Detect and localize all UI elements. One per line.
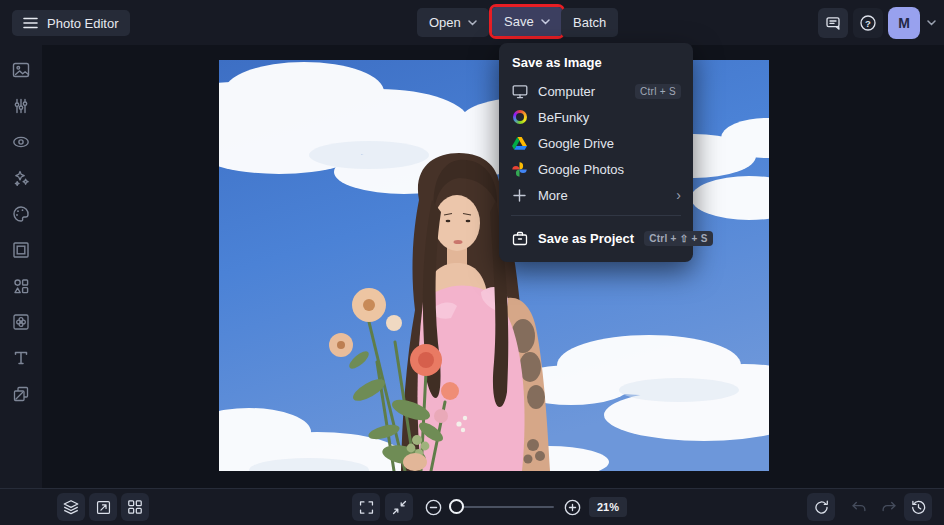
zoom-slider-handle[interactable] <box>449 499 464 514</box>
menu-item-befunky[interactable]: BeFunky <box>499 104 693 130</box>
open-button-label: Open <box>429 15 461 30</box>
menu-item-label: Google Drive <box>538 136 681 151</box>
chat-icon <box>825 15 841 31</box>
undo-icon <box>850 498 868 516</box>
menu-item-label: Google Photos <box>538 162 681 177</box>
zoom-out-button[interactable] <box>419 493 447 521</box>
batch-button[interactable]: Batch <box>561 8 618 37</box>
reset-icon <box>813 499 830 516</box>
menu-item-label: More <box>538 188 666 203</box>
account-chevron-down-icon[interactable] <box>927 20 936 26</box>
zoom-slider-track[interactable] <box>450 506 554 508</box>
zoom-out-icon <box>424 498 443 517</box>
help-button[interactable]: ? <box>853 8 883 38</box>
chevron-down-icon <box>541 19 550 25</box>
save-project-icon <box>511 231 528 246</box>
layers-button[interactable] <box>57 493 85 521</box>
fit-screen-icon <box>391 499 408 516</box>
redo-button[interactable] <box>875 493 903 521</box>
canvas-workspace[interactable]: Save as Image Computer Ctrl + S BeFunky … <box>42 45 944 488</box>
save-button[interactable]: Save <box>492 7 562 36</box>
artsy-palette-icon <box>11 204 31 224</box>
sidebar-item-text[interactable] <box>0 340 42 376</box>
plus-icon <box>511 189 528 202</box>
help-icon: ? <box>859 14 877 32</box>
menu-item-computer[interactable]: Computer Ctrl + S <box>499 78 693 104</box>
sidebar-item-effects[interactable] <box>0 160 42 196</box>
sidebar-item-graphics[interactable] <box>0 268 42 304</box>
redo-icon <box>880 498 898 516</box>
menu-item-label: BeFunky <box>538 110 681 125</box>
submenu-chevron-right-icon: › <box>676 188 681 202</box>
menu-item-save-as-project[interactable]: Save as Project Ctrl + ⇧ + S <box>499 223 693 253</box>
account-avatar[interactable]: M <box>888 7 920 39</box>
hamburger-icon <box>23 17 38 29</box>
sidebar-item-image-manager[interactable] <box>0 52 42 88</box>
open-button[interactable]: Open <box>417 8 489 37</box>
image-manager-icon <box>11 60 31 80</box>
touchup-eye-icon <box>11 132 31 152</box>
sidebar-item-touchup[interactable] <box>0 124 42 160</box>
menu-item-label: Save as Project <box>538 231 634 246</box>
avatar-initial: M <box>898 15 910 31</box>
save-dropdown-menu: Save as Image Computer Ctrl + S BeFunky … <box>499 43 693 262</box>
grid-view-button[interactable] <box>121 493 149 521</box>
computer-icon <box>511 84 528 99</box>
save-button-highlight: Save <box>489 4 565 39</box>
sidebar-item-edit[interactable] <box>0 88 42 124</box>
sidebar-item-textures[interactable] <box>0 376 42 412</box>
svg-text:?: ? <box>865 17 871 28</box>
google-drive-icon <box>511 137 528 150</box>
app-menu-button[interactable]: Photo Editor <box>12 10 130 36</box>
menu-item-google-photos[interactable]: Google Photos <box>499 156 693 182</box>
google-photos-icon <box>511 162 528 177</box>
resize-icon <box>95 499 112 516</box>
graphics-shapes-icon <box>11 276 31 296</box>
history-button[interactable] <box>904 493 932 521</box>
grid-icon <box>127 499 143 515</box>
bottombar: 21% <box>0 488 944 525</box>
tools-sidebar <box>0 45 42 488</box>
textures-icon <box>11 384 31 404</box>
app-title: Photo Editor <box>47 16 119 31</box>
topbar-right-group: ? M <box>818 0 936 45</box>
fullscreen-icon <box>358 499 375 516</box>
fullscreen-button[interactable] <box>352 493 380 521</box>
menu-item-more[interactable]: More › <box>499 182 693 208</box>
text-icon <box>11 348 31 368</box>
menu-divider <box>511 215 681 216</box>
edit-adjust-icon <box>11 96 31 116</box>
menu-item-label: Computer <box>538 84 625 99</box>
topbar: Photo Editor Open Save Batch <box>0 0 944 45</box>
reset-button[interactable] <box>807 493 835 521</box>
chevron-down-icon <box>468 20 477 26</box>
resize-button[interactable] <box>89 493 117 521</box>
undo-button[interactable] <box>845 493 873 521</box>
shortcut-badge: Ctrl + ⇧ + S <box>644 231 713 246</box>
befunky-icon <box>511 110 528 124</box>
save-button-label: Save <box>504 14 534 29</box>
zoom-level-value: 21% <box>597 501 619 513</box>
history-icon <box>910 499 927 516</box>
shortcut-badge: Ctrl + S <box>635 84 681 99</box>
fit-to-screen-button[interactable] <box>385 493 413 521</box>
zoom-in-icon <box>563 498 582 517</box>
zoom-in-button[interactable] <box>558 493 586 521</box>
save-menu-header: Save as Image <box>499 52 693 78</box>
sidebar-item-artsy[interactable] <box>0 196 42 232</box>
frames-icon <box>11 240 31 260</box>
sidebar-item-overlays[interactable] <box>0 304 42 340</box>
batch-button-label: Batch <box>573 15 606 30</box>
layers-icon <box>62 498 80 516</box>
sidebar-item-frames[interactable] <box>0 232 42 268</box>
overlays-icon <box>11 312 31 332</box>
chat-feedback-button[interactable] <box>818 8 848 38</box>
photo-editor-app: Photo Editor Open Save Batch <box>0 0 944 525</box>
effects-sparkles-icon <box>11 168 31 188</box>
menu-item-google-drive[interactable]: Google Drive <box>499 130 693 156</box>
zoom-level-badge[interactable]: 21% <box>589 497 627 517</box>
